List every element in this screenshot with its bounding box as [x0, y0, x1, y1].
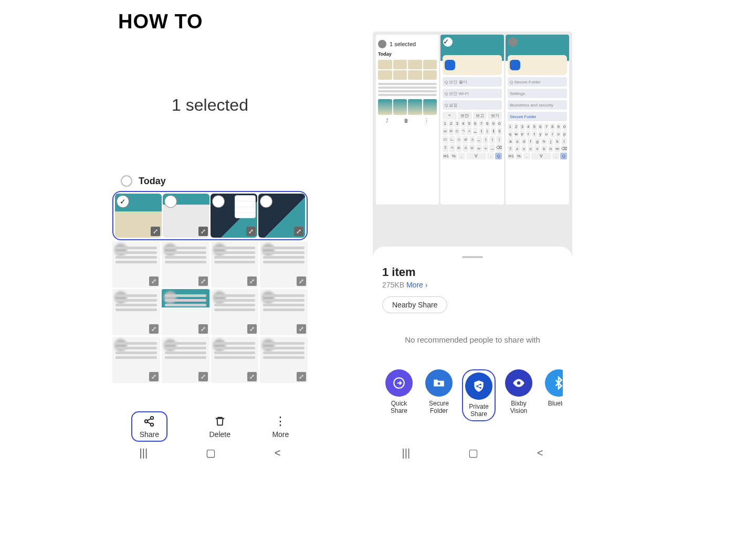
home-button[interactable]: ▢ [206, 446, 216, 459]
mini-thumb-grid [378, 60, 437, 80]
svg-point-12 [517, 381, 521, 385]
more-vertical-icon: ⋮ [274, 414, 287, 428]
check-icon[interactable]: ✓ [117, 196, 129, 207]
thumb[interactable]: ⤢ [211, 289, 259, 335]
thumb[interactable]: ⤢ [260, 241, 308, 288]
thumb[interactable]: ⤢ [112, 289, 160, 335]
selected-count-mini: 1 selected [378, 40, 437, 48]
shield-share-icon [465, 372, 492, 400]
thumb[interactable]: ⤢ [162, 337, 209, 383]
search-result: Q 보안 폴더 [443, 77, 502, 87]
app-card [443, 55, 502, 75]
keyboard-row: asdfghjkl [507, 138, 568, 145]
search-result: Q 설정 [443, 100, 502, 110]
share-icon [142, 414, 156, 428]
thumb[interactable]: ⤢ [211, 337, 259, 383]
page-title: HOW TO [118, 10, 203, 33]
svg-point-2 [151, 423, 154, 427]
preview-col-gallery: 1 selected Today ⤴ 🗑 ⋮ [376, 35, 439, 205]
thumb[interactable]: ⤢ [260, 289, 308, 335]
expand-icon[interactable]: ⤢ [198, 276, 208, 286]
sheet-title: 1 item [382, 265, 563, 279]
expand-icon[interactable]: ⤢ [151, 227, 160, 236]
delete-button[interactable]: Delete [209, 414, 230, 439]
sheet-handle[interactable] [462, 256, 483, 258]
share-app-private-share[interactable]: Private Share [462, 369, 496, 421]
thumb-1[interactable]: ✓ ⤢ [115, 194, 162, 238]
thumb[interactable]: ⤢ [211, 241, 259, 288]
folder-lock-icon [425, 369, 453, 397]
keyboard-row: ㅂㅈㄷㄱㅅㅛㅕㅑㅐㅔ [442, 127, 502, 135]
share-app-bluetooth[interactable]: Bluetoo [542, 369, 563, 421]
keyboard-row: !#1%,ᐯ.Q [442, 153, 502, 159]
selected-count: 1 selected [110, 31, 310, 178]
svg-line-4 [148, 422, 151, 424]
chevron-right-icon: › [425, 281, 428, 289]
delete-label: Delete [209, 430, 230, 439]
expand-icon[interactable]: ⤢ [297, 276, 306, 286]
thumb[interactable]: ⤢ [260, 337, 308, 383]
share-button[interactable]: Share [131, 411, 167, 442]
share-label: Share [140, 430, 159, 439]
share-apps-row: Quick Share Secure Folder Private Share … [382, 369, 563, 421]
app-card [508, 55, 567, 75]
back-button[interactable]: < [537, 447, 543, 459]
app-label: Quick Share [382, 400, 416, 415]
expand-icon[interactable]: ⤢ [198, 372, 208, 381]
share-app-secure-folder[interactable]: Secure Folder [422, 369, 456, 421]
no-recommended-text: No recommended people to share with [382, 335, 563, 344]
keyboard-row: 1234567890 [442, 120, 502, 127]
expand-icon[interactable]: ⤢ [198, 227, 208, 236]
expand-icon[interactable]: ⤢ [246, 227, 256, 236]
nearby-share-button[interactable]: Nearby Share [382, 296, 447, 313]
more-label: More [272, 430, 289, 439]
expand-icon[interactable]: ⤢ [149, 372, 159, 381]
share-app-quick-share[interactable]: Quick Share [382, 369, 416, 421]
selected-thumb-row: ✓ ⤢ ⤢ ⤢ ⤢ [112, 191, 308, 240]
share-sheet-screen: 1 selected Today ⤴ 🗑 ⋮ ✓ Q 보안 폴더 Q 보안 Wi… [373, 31, 572, 462]
nav-bar: ||| ▢ < [373, 444, 572, 462]
eye-icon [505, 369, 532, 397]
thumb[interactable]: ⤢ [112, 337, 160, 383]
keyboard-tabs: <보안보고보기 [442, 112, 502, 120]
svg-point-0 [151, 417, 154, 420]
select-all-circle[interactable] [121, 175, 132, 187]
expand-icon[interactable]: ⤢ [149, 324, 159, 334]
select-circle[interactable] [213, 196, 224, 207]
thumb[interactable]: ⤢ [162, 241, 209, 288]
select-circle[interactable] [260, 196, 272, 207]
sheet-subtitle: 275KB More › [382, 281, 563, 289]
select-circle[interactable] [165, 196, 176, 207]
check-icon: ✓ [443, 37, 453, 47]
mini-thumb-row [378, 99, 437, 115]
recents-button[interactable]: ||| [402, 447, 411, 459]
back-button[interactable]: < [275, 447, 281, 459]
keyboard-row: ㅁㄴㅇㄹㅎㅗㅓㅏㅣ [442, 136, 502, 144]
app-label: Bluetoo [548, 400, 563, 407]
home-button[interactable]: ▢ [468, 446, 478, 459]
thumb[interactable]: ⤢ [112, 241, 160, 288]
expand-icon[interactable]: ⤢ [294, 227, 303, 236]
nav-bar: ||| ▢ < [110, 444, 310, 462]
thumb-3[interactable]: ⤢ [211, 194, 257, 238]
expand-icon[interactable]: ⤢ [297, 324, 306, 334]
search-result: Q Secure Folder [508, 77, 567, 87]
expand-icon[interactable]: ⤢ [198, 324, 208, 334]
more-button[interactable]: ⋮ More [272, 414, 289, 439]
more-link[interactable]: More › [406, 281, 427, 289]
expand-icon[interactable]: ⤢ [247, 276, 257, 286]
more-vertical-icon: ⋮ [424, 118, 429, 123]
thumb[interactable]: ⤢ [162, 289, 209, 335]
date-section-row[interactable]: Today [110, 173, 310, 189]
share-app-bixby-vision[interactable]: Bixby Vision [502, 369, 536, 421]
thumb-2[interactable]: ⤢ [163, 194, 209, 238]
thumb-4[interactable]: ⤢ [258, 194, 305, 238]
expand-icon[interactable]: ⤢ [297, 372, 306, 381]
share-icon: ⤴ [386, 118, 388, 123]
expand-icon[interactable]: ⤢ [149, 276, 159, 286]
recents-button[interactable]: ||| [140, 447, 148, 459]
keyboard-row: 1234567890 [507, 123, 568, 130]
preview-col-search-en: Q Secure Folder Settings Biometrics and … [506, 35, 569, 205]
expand-icon[interactable]: ⤢ [247, 372, 257, 381]
expand-icon[interactable]: ⤢ [247, 324, 257, 334]
